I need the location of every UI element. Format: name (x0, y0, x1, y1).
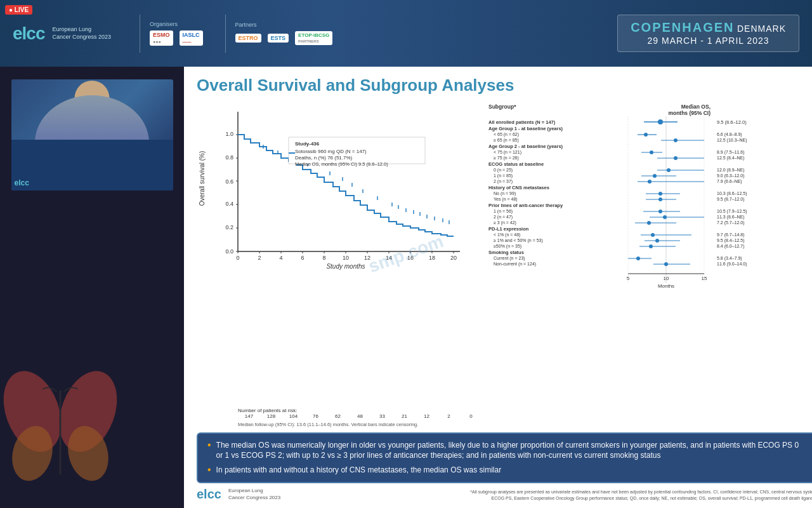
svg-text:9.5 (8.7–12.0): 9.5 (8.7–12.0) (717, 197, 745, 202)
elcc-subtitle-line1: European Lung (53, 26, 112, 34)
slide-content: Overall Survival and Subgroup Analyses 0… (184, 67, 812, 508)
ests-logo: ESTS (268, 34, 289, 43)
svg-text:2: 2 (258, 255, 261, 261)
risk-20: 0 (460, 413, 482, 419)
speaker-video: elcc (11, 79, 173, 190)
footer-subtitle-2: Cancer Congress 2023 (228, 495, 280, 501)
risk-0: 147 (238, 413, 260, 419)
svg-text:5: 5 (627, 276, 630, 281)
km-risk-table: Number of patients at risk: 147 128 104 … (197, 408, 482, 427)
svg-text:9.5 (8.6–12.0): 9.5 (8.6–12.0) (717, 119, 747, 125)
footer-subtitle-1: European Lung (228, 488, 280, 494)
km-svg-container: 0.0 0.2 0.4 0.6 0.8 1.0 (197, 102, 482, 406)
risk-12: 33 (371, 413, 393, 419)
svg-text:7.2 (5.7–12.0): 7.2 (5.7–12.0) (717, 220, 745, 225)
svg-text:20: 20 (450, 255, 457, 261)
video-logo: elcc (15, 178, 29, 187)
svg-text:History of CNS metastases: History of CNS metastases (488, 185, 549, 190)
location-country-text: DENMARK (737, 23, 786, 34)
slide-title: Overall Survival and Subgroup Analyses (197, 76, 812, 95)
svg-point-136 (655, 239, 659, 243)
svg-text:1 (n = 56): 1 (n = 56) (494, 209, 513, 214)
svg-text:Study months: Study months (326, 263, 365, 270)
svg-point-92 (674, 156, 678, 160)
elcc-subtitle-line2: Cancer Congress 2023 (53, 34, 112, 41)
svg-point-83 (674, 138, 678, 142)
svg-text:Age Group 2 - at baseline (yea: Age Group 2 - at baseline (years) (488, 144, 563, 149)
svg-point-97 (667, 168, 671, 172)
svg-text:0.0: 0.0 (225, 248, 233, 255)
footer-elcc-logo: elcc (197, 487, 221, 502)
svg-text:≥ 1% and < 50% (n = 53): ≥ 1% and < 50% (n = 53) (494, 238, 543, 243)
svg-point-88 (650, 150, 653, 154)
svg-text:Prior lines of anti-cancer the: Prior lines of anti-cancer therapy (488, 203, 563, 208)
estro-logo: ESTRO (235, 34, 261, 43)
km-chart-area: 0.0 0.2 0.4 0.6 0.8 1.0 (197, 102, 482, 427)
partner-logos: ESTRO ESTS ETOP·IBCSGPARTNERS (235, 31, 333, 45)
svg-text:No (n = 99): No (n = 99) (494, 191, 516, 196)
live-badge: ● LIVE (5, 5, 32, 15)
bullet-1: • (207, 440, 211, 450)
slide-panel: Overall Survival and Subgroup Analyses 0… (184, 67, 812, 508)
svg-text:12.0 (8.9–NE): 12.0 (8.9–NE) (717, 168, 745, 173)
risk-8: 62 (327, 413, 349, 419)
etop-logo: ETOP·IBCSGPARTNERS (295, 31, 332, 45)
svg-text:All enrolled patients (N = 147: All enrolled patients (N = 147) (488, 119, 556, 125)
svg-point-140 (649, 244, 653, 248)
svg-text:< 75 (n = 121): < 75 (n = 121) (494, 150, 521, 155)
svg-point-101 (653, 174, 657, 178)
video-bg (11, 140, 173, 190)
svg-text:Smoking status: Smoking status (488, 250, 524, 255)
svg-text:5.8 (3.4–7.9): 5.8 (3.4–7.9) (717, 256, 742, 261)
svg-text:11.6 (9.0–14.0): 11.6 (9.0–14.0) (717, 262, 747, 267)
org-logos: ESMO ●●● IASLC —— (150, 30, 203, 46)
svg-point-105 (648, 180, 652, 184)
location-city: COPENHAGEN (631, 20, 734, 34)
svg-text:0.2: 0.2 (225, 224, 233, 231)
svg-text:Median OS, months (95% CI)   9: Median OS, months (95% CI) 9.5 (8.6–12.0… (295, 161, 388, 167)
svg-text:months (95% CI): months (95% CI) (668, 110, 710, 116)
summary-box: • The median OS was numerically longer i… (197, 432, 812, 483)
svg-text:9.0 (6.3–12.0): 9.0 (6.3–12.0) (717, 173, 745, 178)
svg-point-132 (651, 233, 655, 237)
location-dates: 29 MARCH - 1 APRIL 2023 (648, 36, 769, 46)
risk-16: 12 (416, 413, 438, 419)
svg-text:4: 4 (279, 255, 282, 261)
svg-text:12: 12 (364, 255, 370, 261)
risk-value-row: 147 128 104 76 62 48 33 21 12 2 0 (238, 413, 482, 419)
svg-text:Yes (n = 48): Yes (n = 48) (494, 197, 518, 202)
svg-text:18: 18 (429, 255, 435, 261)
svg-text:10: 10 (664, 276, 669, 281)
svg-text:10.5 (7.9–12.5): 10.5 (7.9–12.5) (717, 209, 747, 214)
summary-text-1: The median OS was numerically longer in … (216, 440, 808, 462)
header-partners: Partners ESTRO ESTS ETOP·IBCSGPARTNERS (235, 22, 333, 45)
svg-text:16: 16 (407, 255, 414, 261)
main-content: elcc Overall Survival and Subgroup Analy… (0, 67, 812, 508)
header-divider-1 (140, 15, 140, 53)
esmo-logo: ESMO ●●● (150, 30, 173, 46)
svg-text:Median OS,: Median OS, (681, 104, 710, 110)
svg-text:1 (n = 85): 1 (n = 85) (494, 173, 513, 178)
footer-logo-area: elcc European Lung Cancer Congress 2023 (197, 487, 280, 502)
svg-text:10.3 (8.6–12.5): 10.3 (8.6–12.5) (717, 191, 747, 196)
svg-text:ECOG status at baseline: ECOG status at baseline (488, 161, 544, 167)
svg-text:< 65 (n = 62): < 65 (n = 62) (494, 132, 519, 137)
iaslc-logo: IASLC —— (180, 30, 203, 46)
header-divider-2 (225, 15, 226, 53)
svg-point-119 (658, 210, 662, 213)
partners-label: Partners (235, 22, 257, 28)
svg-text:8.9 (7.5–11.6): 8.9 (7.5–11.6) (717, 150, 745, 155)
km-footnote: Median follow-up (95% CI): 13.6 (11.1–14… (238, 422, 482, 427)
svg-text:8.4 (6.0–12.7): 8.4 (6.0–12.7) (717, 244, 745, 249)
slide-footer: elcc European Lung Cancer Congress 2023 … (197, 487, 812, 502)
header-organisers: Organisers ESMO ●●● IASLC —— (150, 21, 203, 46)
charts-row: 0.0 0.2 0.4 0.6 0.8 1.0 (197, 102, 812, 427)
svg-text:Months: Months (658, 283, 674, 289)
svg-point-145 (636, 257, 640, 260)
svg-text:6.6 (4.8–8.9): 6.6 (4.8–8.9) (717, 132, 742, 137)
svg-point-110 (658, 192, 662, 196)
svg-point-114 (658, 197, 662, 201)
summary-item-1: • The median OS was numerically longer i… (207, 440, 808, 462)
header-location: COPENHAGEN DENMARK 29 MARCH - 1 APRIL 20… (617, 15, 799, 52)
svg-text:Age Group 1 - at baseline (yea: Age Group 1 - at baseline (years) (488, 126, 563, 131)
